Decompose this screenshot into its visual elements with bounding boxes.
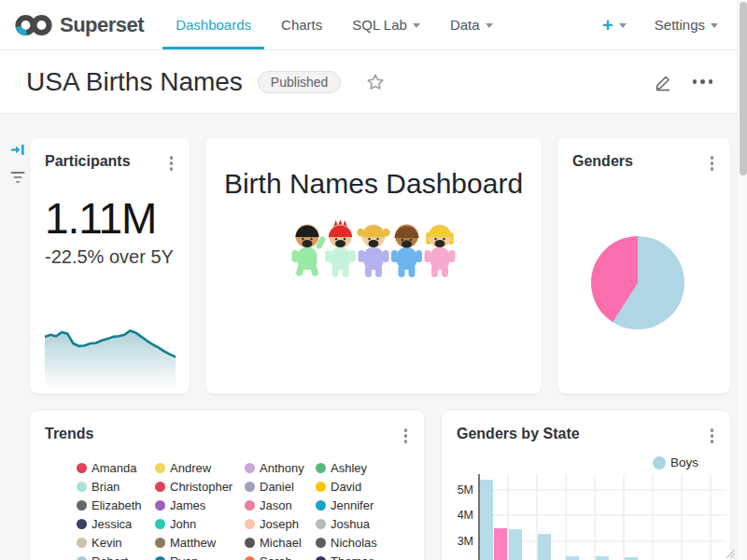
bar-boys-4[interactable] [566,556,579,560]
legend-item-elizabeth[interactable]: Elizabeth [77,497,155,515]
legend-dot [155,482,165,492]
chevron-down-icon [619,23,627,28]
genders-by-state-bar-chart[interactable]: 5M 4M 3M [442,474,730,560]
legend-item-amanda[interactable]: Amanda [77,459,155,478]
participants-sparkline-chart[interactable] [45,323,176,388]
legend-label: Elizabeth [92,498,141,512]
bar-boys-3[interactable] [538,534,551,560]
legend-item-thomas[interactable]: Thomas [316,553,400,560]
nav-item-sql-lab[interactable]: SQL Lab [337,0,435,49]
legend-dot [77,556,87,560]
nav-item-dashboards[interactable]: Dashboards [161,0,266,49]
nav-item-charts[interactable]: Charts [266,0,337,49]
legend-item-daniel[interactable]: Daniel [245,478,316,497]
bar-boys-5[interactable] [596,556,609,560]
genders-pie-chart[interactable] [591,236,684,329]
legend-dot [155,500,165,511]
legend-dot [77,538,87,548]
bar-boys-2[interactable] [509,529,522,560]
legend-item-nicholas[interactable]: Nicholas [316,534,400,553]
legend-item-sarah[interactable]: Sarah [245,553,316,560]
scrollbar-thumb[interactable] [740,2,747,175]
vertical-scrollbar[interactable] [737,0,747,560]
new-item-button[interactable]: + [602,16,627,35]
kebab-menu-icon[interactable] [707,153,718,174]
more-actions-button[interactable] [693,79,713,84]
legend-item-michael[interactable]: Michael [245,534,316,553]
genders-by-state-card: Genders by State Boys 5M [442,411,730,560]
ellipsis-icon [693,79,698,84]
superset-logo[interactable]: Superset [0,0,153,49]
y-tick-label: 4M [458,509,473,522]
legend-item-ashley[interactable]: Ashley [316,459,400,478]
legend-dot [316,519,326,529]
legend-dot [316,482,326,492]
legend-item-john[interactable]: John [155,515,245,534]
chevron-down-icon [486,23,493,28]
legend-dot [245,556,255,560]
legend-label: Amanda [92,461,136,475]
legend-dot [245,463,255,473]
legend-label: Ashley [331,461,367,475]
legend-label: Ryan [170,554,198,560]
legend-item-jessica[interactable]: Jessica [77,515,155,534]
plus-icon: + [602,16,613,35]
legend-item-joshua[interactable]: Joshua [316,515,400,534]
legend-item-kevin[interactable]: Kevin [77,534,155,553]
legend-item-jason[interactable]: Jason [245,497,316,515]
published-badge[interactable]: Published [258,71,342,93]
nav-right: + Settings [602,0,737,49]
legend-label: Jason [260,498,292,512]
legend-label: David [331,480,361,494]
nav-item-label: SQL Lab [352,17,407,33]
nav-items: DashboardsChartsSQL LabData [161,0,507,49]
nav-item-data[interactable]: Data [435,0,508,49]
legend-label: Daniel [260,480,294,494]
top-navbar: Superset DashboardsChartsSQL LabData + S… [0,0,737,50]
legend-item-robert[interactable]: Robert [77,553,155,560]
legend-item-christopher[interactable]: Christopher [155,478,245,497]
legend-label: Anthony [260,461,304,475]
edit-dashboard-button[interactable] [652,71,674,93]
legend-item-matthew[interactable]: Matthew [155,534,245,553]
dashboard-title-bar: USA Births Names Published [0,50,737,114]
big-number-value: 1.11M [30,174,190,241]
legend-label: Matthew [170,536,216,550]
dashboard-grid: Participants 1.11M -22.5% over 5Y Birth … [0,114,747,560]
kebab-menu-icon[interactable] [707,426,718,446]
kebab-menu-icon[interactable] [401,426,412,446]
bar-girls-1[interactable] [494,528,507,560]
nav-item-label: Dashboards [176,17,251,33]
settings-label: Settings [655,17,705,33]
legend-label: James [170,498,205,512]
kebab-menu-icon[interactable] [166,153,177,174]
legend-dot [245,519,255,529]
brand-name: Superset [60,13,144,37]
legend-item-brian[interactable]: Brian [77,478,155,497]
legend-item-anthony[interactable]: Anthony [245,459,316,478]
trends-card: Trends AmandaAndrewAnthonyAshleyBrianChr… [30,411,424,560]
chevron-down-icon [711,23,718,28]
expand-filter-bar-icon[interactable] [10,142,26,158]
legend-dot [653,456,666,469]
legend-dot [77,519,87,529]
settings-menu[interactable]: Settings [655,17,718,33]
legend-item-david[interactable]: David [316,478,400,497]
filter-icon[interactable] [9,171,26,185]
legend-dot [77,463,87,473]
big-number-delta: -22.5% over 5Y [30,241,190,268]
legend-dot [245,538,255,548]
legend-item-jennifer[interactable]: Jennifer [316,497,400,515]
legend-label: Boys [670,455,698,469]
legend-item-ryan[interactable]: Ryan [155,553,245,560]
favorite-button[interactable] [365,72,386,92]
legend-item-boys[interactable]: Boys [653,455,698,469]
legend-item-andrew[interactable]: Andrew [155,459,245,478]
resize-handle[interactable] [723,546,735,558]
legend-item-james[interactable]: James [155,497,245,515]
app-window: Superset DashboardsChartsSQL LabData + S… [0,0,747,560]
legend-item-joseph[interactable]: Joseph [245,515,316,534]
nav-item-label: Charts [281,17,322,33]
markdown-heading: Birth Names Dashboard [205,168,542,200]
bar-boys-0[interactable] [480,480,493,560]
